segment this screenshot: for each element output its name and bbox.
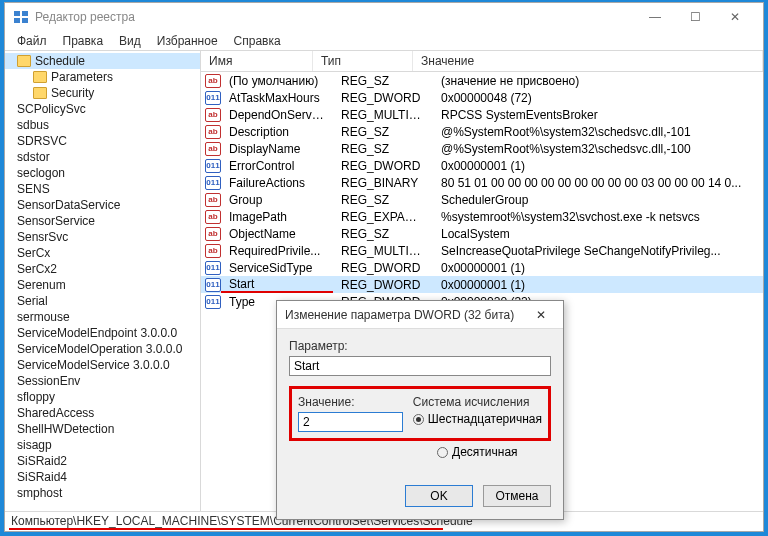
cell-value: 0x00000001 (1)	[433, 261, 763, 275]
string-value-icon: ab	[205, 125, 221, 139]
value-row[interactable]: abImagePathREG_EXPAND_SZ%systemroot%\sys…	[201, 208, 763, 225]
key-tree[interactable]: ScheduleParametersSecuritySCPolicySvcsdb…	[5, 51, 201, 511]
cell-value: LocalSystem	[433, 227, 763, 241]
window-title: Редактор реестра	[35, 10, 635, 24]
param-name-input[interactable]	[289, 356, 551, 376]
tree-item[interactable]: SensrSvc	[5, 229, 200, 245]
dialog-close-icon[interactable]: ✕	[527, 308, 555, 322]
col-type[interactable]: Тип	[313, 51, 413, 71]
cell-type: REG_MULTI_SZ	[333, 108, 433, 122]
col-name[interactable]: Имя	[201, 51, 313, 71]
menubar: Файл Правка Вид Избранное Справка	[5, 31, 763, 51]
app-icon	[13, 9, 29, 25]
menu-view[interactable]: Вид	[113, 32, 147, 50]
tree-item[interactable]: SiSRaid2	[5, 453, 200, 469]
tree-item[interactable]: SerCx2	[5, 261, 200, 277]
menu-file[interactable]: Файл	[11, 32, 53, 50]
tree-item[interactable]: Serial	[5, 293, 200, 309]
tree-item[interactable]: sisagp	[5, 437, 200, 453]
value-row[interactable]: abGroupREG_SZSchedulerGroup	[201, 191, 763, 208]
maximize-button[interactable]: ☐	[675, 4, 715, 30]
binary-value-icon: 011	[205, 278, 221, 292]
cell-name: Group	[221, 193, 333, 207]
tree-item[interactable]: SensorDataService	[5, 197, 200, 213]
value-row[interactable]: abDependOnServiceREG_MULTI_SZRPCSS Syste…	[201, 106, 763, 123]
tree-item[interactable]: smphost	[5, 485, 200, 501]
binary-value-icon: 011	[205, 159, 221, 173]
tree-item[interactable]: SCPolicySvc	[5, 101, 200, 117]
cell-value: 80 51 01 00 00 00 00 00 00 00 00 00 03 0…	[433, 176, 763, 190]
tree-item[interactable]: sdbus	[5, 117, 200, 133]
cell-type: REG_SZ	[333, 227, 433, 241]
cell-value: @%SystemRoot%\system32\schedsvc.dll,-100	[433, 142, 763, 156]
menu-help[interactable]: Справка	[228, 32, 287, 50]
cell-name: DependOnService	[221, 108, 333, 122]
svg-rect-1	[22, 11, 28, 16]
tree-item[interactable]: seclogon	[5, 165, 200, 181]
value-row[interactable]: 011StartREG_DWORD0x00000001 (1)	[201, 276, 763, 293]
cell-type: REG_SZ	[333, 142, 433, 156]
tree-item[interactable]: sermouse	[5, 309, 200, 325]
cell-value: 0x00000001 (1)	[433, 159, 763, 173]
tree-item[interactable]: SharedAccess	[5, 405, 200, 421]
tree-item[interactable]: sfloppy	[5, 389, 200, 405]
tree-item[interactable]: SensorService	[5, 213, 200, 229]
cell-type: REG_SZ	[333, 74, 433, 88]
dialog-title: Изменение параметра DWORD (32 бита)	[285, 308, 527, 322]
tree-item[interactable]: ServiceModelEndpoint 3.0.0.0	[5, 325, 200, 341]
tree-item[interactable]: sdstor	[5, 149, 200, 165]
base-label: Система исчисления	[413, 395, 542, 409]
radio-hex[interactable]: Шестнадцатеричная	[413, 412, 542, 426]
value-row[interactable]: abRequiredPrivile...REG_MULTI_SZSeIncrea…	[201, 242, 763, 259]
tree-item-selected[interactable]: Schedule	[5, 53, 200, 69]
value-input[interactable]	[298, 412, 403, 432]
tree-item[interactable]: Parameters	[5, 69, 200, 85]
string-value-icon: ab	[205, 244, 221, 258]
svg-rect-0	[14, 11, 20, 16]
tree-item[interactable]: ShellHWDetection	[5, 421, 200, 437]
tree-item[interactable]: Security	[5, 85, 200, 101]
close-button[interactable]: ✕	[715, 4, 755, 30]
annotation-underline	[9, 528, 443, 530]
ok-button[interactable]: OK	[405, 485, 473, 507]
annotation-box: Значение: Система исчисления Шестнадцате…	[289, 386, 551, 441]
tree-item[interactable]: SiSRaid4	[5, 469, 200, 485]
edit-dword-dialog: Изменение параметра DWORD (32 бита) ✕ Па…	[276, 300, 564, 520]
value-row[interactable]: 011ErrorControlREG_DWORD0x00000001 (1)	[201, 157, 763, 174]
tree-item[interactable]: SDRSVC	[5, 133, 200, 149]
value-row[interactable]: 011ServiceSidTypeREG_DWORD0x00000001 (1)	[201, 259, 763, 276]
tree-item[interactable]: ServiceModelOperation 3.0.0.0	[5, 341, 200, 357]
tree-item[interactable]: SerCx	[5, 245, 200, 261]
value-row[interactable]: abDisplayNameREG_SZ@%SystemRoot%\system3…	[201, 140, 763, 157]
svg-rect-3	[22, 18, 28, 23]
value-row[interactable]: 011AtTaskMaxHoursREG_DWORD0x00000048 (72…	[201, 89, 763, 106]
radio-dot-icon	[437, 447, 448, 458]
tree-item[interactable]: SessionEnv	[5, 373, 200, 389]
cell-name: RequiredPrivile...	[221, 244, 333, 258]
menu-edit[interactable]: Правка	[57, 32, 110, 50]
tree-item[interactable]: ServiceModelService 3.0.0.0	[5, 357, 200, 373]
cell-value: %systemroot%\system32\svchost.exe -k net…	[433, 210, 763, 224]
cell-name: Description	[221, 125, 333, 139]
cell-type: REG_BINARY	[333, 176, 433, 190]
dialog-body: Параметр: Значение: Система исчисления Ш…	[277, 329, 563, 477]
string-value-icon: ab	[205, 74, 221, 88]
dialog-buttons: OK Отмена	[277, 477, 563, 519]
value-row[interactable]: abObjectNameREG_SZLocalSystem	[201, 225, 763, 242]
cancel-button[interactable]: Отмена	[483, 485, 551, 507]
cell-name: ErrorControl	[221, 159, 333, 173]
menu-favorites[interactable]: Избранное	[151, 32, 224, 50]
value-row[interactable]: abDescriptionREG_SZ@%SystemRoot%\system3…	[201, 123, 763, 140]
minimize-button[interactable]: —	[635, 4, 675, 30]
string-value-icon: ab	[205, 108, 221, 122]
tree-item[interactable]: Serenum	[5, 277, 200, 293]
col-value[interactable]: Значение	[413, 51, 763, 71]
value-row[interactable]: 011FailureActionsREG_BINARY80 51 01 00 0…	[201, 174, 763, 191]
value-row[interactable]: ab(По умолчанию)REG_SZ(значение не присв…	[201, 72, 763, 89]
binary-value-icon: 011	[205, 261, 221, 275]
string-value-icon: ab	[205, 142, 221, 156]
tree-item[interactable]: SENS	[5, 181, 200, 197]
cell-name: FailureActions	[221, 176, 333, 190]
cell-value: 0x00000001 (1)	[433, 278, 763, 292]
radio-dec[interactable]: Десятичная	[437, 445, 551, 459]
